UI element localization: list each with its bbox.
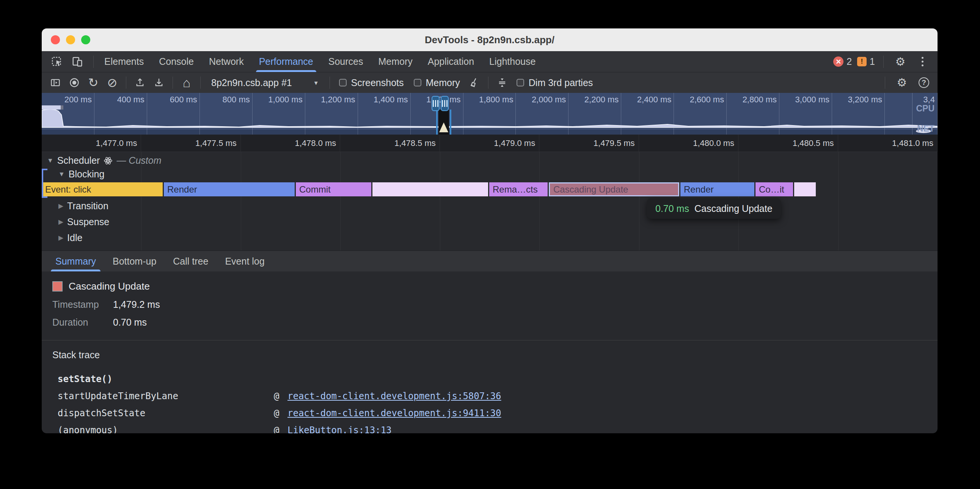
frame-function: setState() bbox=[58, 374, 274, 384]
frame-source-link[interactable]: LikeButton.js:13:13 bbox=[288, 425, 392, 433]
garbage-collect-icon[interactable] bbox=[466, 74, 483, 91]
checkbox-box bbox=[414, 79, 422, 86]
device-toolbar-icon[interactable] bbox=[69, 54, 86, 70]
selection-left-handle[interactable] bbox=[431, 96, 439, 111]
history-select[interactable]: 8p2n9n.csb.app #1 ▼ bbox=[206, 77, 324, 88]
event-bar-remaining-effects[interactable]: Rema…cts bbox=[489, 183, 548, 196]
capture-settings-gear-icon[interactable]: ⚙ bbox=[894, 74, 910, 91]
tab-performance[interactable]: Performance bbox=[251, 51, 321, 72]
expander-open-icon: ▼ bbox=[59, 171, 65, 178]
tab-application[interactable]: Application bbox=[420, 51, 482, 72]
event-bar-blank-1[interactable] bbox=[372, 183, 488, 196]
reload-record-icon[interactable]: ↻ bbox=[85, 74, 102, 91]
memory-checkbox[interactable]: Memory bbox=[410, 77, 464, 88]
tooltip-duration: 0.70 ms bbox=[655, 203, 689, 214]
track-transition[interactable]: ▶ Transition bbox=[59, 200, 108, 211]
tab-lighthouse[interactable]: Lighthouse bbox=[482, 51, 543, 72]
flame-chart[interactable]: ▼ Scheduler — Custom ▼ Blocking Event: c… bbox=[42, 152, 937, 251]
overview-tick-label: 3,200 ms bbox=[832, 93, 885, 135]
history-selected-value: 8p2n9n.csb.app #1 bbox=[211, 77, 292, 88]
screenshots-checkbox[interactable]: Screenshots bbox=[335, 77, 408, 88]
tab-console[interactable]: Console bbox=[151, 51, 201, 72]
details-tabbar: Summary Bottom-up Call tree Event log bbox=[42, 251, 937, 271]
event-bar-cascading-update[interactable]: Cascading Update bbox=[549, 183, 679, 196]
ruler-tick-label: 1,477.5 ms bbox=[141, 135, 240, 152]
timeline-overview[interactable]: 200 ms400 ms600 ms800 ms1,000 ms1,200 ms… bbox=[42, 93, 937, 135]
event-bar-commit-2[interactable]: Co…it bbox=[756, 183, 793, 196]
divider bbox=[173, 76, 173, 89]
memory-label: Memory bbox=[426, 77, 460, 88]
ruler-tick-label: 1,478.0 ms bbox=[241, 135, 340, 152]
track-scheduler-label: Scheduler bbox=[57, 155, 100, 166]
inspect-element-icon[interactable] bbox=[49, 54, 65, 70]
selection-right-edge[interactable] bbox=[450, 110, 451, 135]
track-blocking-label: Blocking bbox=[68, 169, 105, 180]
warning-icon: ! bbox=[857, 57, 867, 66]
track-suspense[interactable]: ▶ Suspense bbox=[59, 216, 109, 227]
divider bbox=[93, 56, 94, 68]
overview-tick-label: 1,800 ms bbox=[463, 93, 516, 135]
tab-summary[interactable]: Summary bbox=[47, 251, 104, 271]
track-scheduler[interactable]: ▼ Scheduler — Custom bbox=[47, 155, 162, 166]
summary-panel: Cascading Update Timestamp 1,479.2 ms Du… bbox=[42, 271, 937, 340]
frame-at: @ bbox=[274, 425, 288, 433]
track-transition-label: Transition bbox=[67, 200, 108, 211]
error-icon: ✕ bbox=[833, 57, 843, 67]
stack-trace-section: Stack trace setState() startUpdateTimerB… bbox=[42, 340, 937, 433]
frame-at: @ bbox=[274, 408, 288, 419]
upload-profile-icon[interactable] bbox=[132, 74, 148, 91]
clear-icon[interactable]: ⊘ bbox=[104, 74, 121, 91]
ruler-tick-label: 1,479.0 ms bbox=[440, 135, 539, 152]
event-bar-render-1[interactable]: Render bbox=[164, 183, 295, 196]
settings-gear-icon[interactable]: ⚙ bbox=[892, 54, 909, 70]
tab-call-tree[interactable]: Call tree bbox=[165, 251, 216, 271]
warning-badge[interactable]: ! 1 bbox=[857, 56, 875, 67]
toggle-sidebar-icon[interactable] bbox=[47, 74, 64, 91]
chevron-down-icon: ▼ bbox=[313, 79, 319, 86]
tab-network[interactable]: Network bbox=[201, 51, 251, 72]
frame-source-link[interactable]: react-dom-client.development.js:5807:36 bbox=[288, 391, 501, 402]
expander-closed-icon: ▶ bbox=[59, 218, 63, 226]
tab-bottom-up[interactable]: Bottom-up bbox=[104, 251, 165, 271]
react-atom-icon bbox=[103, 156, 113, 165]
selection-left-edge[interactable] bbox=[436, 110, 438, 135]
selection-right-handle[interactable] bbox=[441, 96, 449, 111]
stack-frame: dispatchSetState @ react-dom-client.deve… bbox=[52, 405, 937, 422]
overview-tick-label: 1,000 ms bbox=[253, 93, 305, 135]
download-profile-icon[interactable] bbox=[151, 74, 167, 91]
collapse-sections-icon[interactable] bbox=[494, 74, 511, 91]
tab-elements[interactable]: Elements bbox=[97, 51, 151, 72]
tab-sources[interactable]: Sources bbox=[321, 51, 371, 72]
detail-ruler: 1,477.0 ms1,477.5 ms1,478.0 ms1,478.5 ms… bbox=[42, 135, 937, 152]
overview-legend: CPU NET bbox=[912, 93, 937, 135]
divider bbox=[883, 56, 884, 68]
devtools-window: DevTools - 8p2n9n.csb.app/ Elements Cons… bbox=[42, 29, 937, 433]
timestamp-label: Timestamp bbox=[52, 299, 113, 310]
event-bar-render-2[interactable]: Render bbox=[680, 183, 754, 196]
event-bar-commit[interactable]: Commit bbox=[296, 183, 371, 196]
tab-event-log[interactable]: Event log bbox=[216, 251, 273, 271]
track-blocking[interactable]: ▼ Blocking bbox=[59, 169, 104, 180]
dim-3rd-parties-checkbox[interactable]: Dim 3rd parties bbox=[513, 77, 597, 88]
kebab-menu-icon[interactable] bbox=[914, 54, 931, 70]
event-bars: Event: click Render Commit Rema…cts Casc… bbox=[42, 183, 937, 196]
help-icon[interactable]: ? bbox=[916, 74, 932, 91]
record-icon[interactable] bbox=[66, 74, 83, 91]
ruler-tick-label: 1,477.0 ms bbox=[42, 135, 141, 152]
home-icon[interactable]: ⌂ bbox=[178, 74, 195, 91]
stack-frame: setState() bbox=[52, 370, 937, 387]
overview-tick-label: 800 ms bbox=[200, 93, 253, 135]
divider bbox=[126, 76, 126, 89]
expander-closed-icon: ▶ bbox=[59, 202, 63, 210]
selected-track-bracket bbox=[42, 169, 48, 198]
overview-tick-label: 1,400 ms bbox=[358, 93, 411, 135]
track-idle[interactable]: ▶ Idle bbox=[59, 232, 82, 243]
duration-label: Duration bbox=[52, 317, 113, 328]
event-bar-click[interactable]: Event: click bbox=[42, 183, 163, 196]
error-badge[interactable]: ✕ 2 bbox=[833, 56, 852, 67]
cpu-label: CPU bbox=[916, 103, 934, 114]
event-bar-blank-2[interactable] bbox=[794, 183, 816, 196]
frame-source-link[interactable]: react-dom-client.development.js:9411:30 bbox=[288, 408, 501, 419]
tab-memory[interactable]: Memory bbox=[371, 51, 420, 72]
net-label: NET bbox=[917, 124, 934, 134]
